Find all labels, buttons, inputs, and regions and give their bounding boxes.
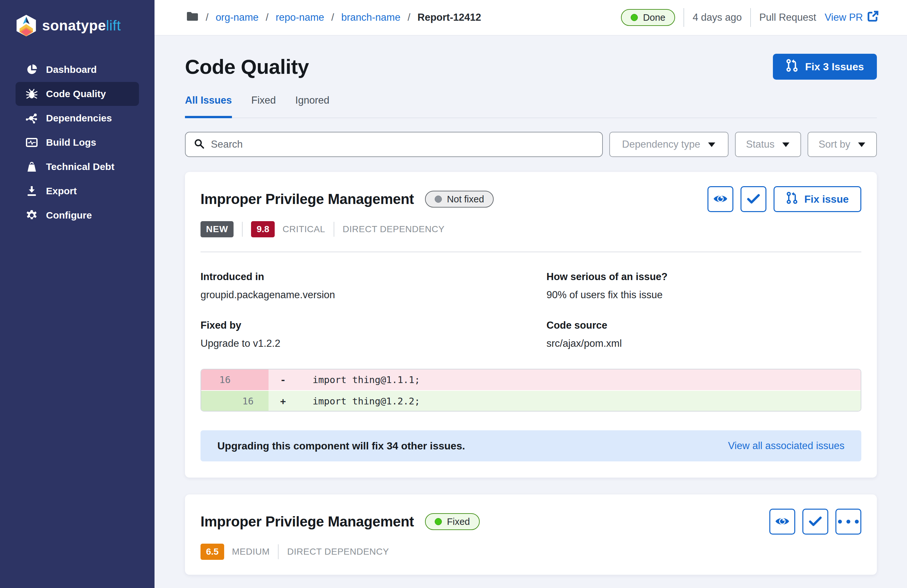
- issues-tabs: All Issues Fixed Ignored: [185, 94, 877, 118]
- issue-status-label: Fixed: [447, 516, 470, 527]
- diff-removed-line: 16 - import thing@1.1.1;: [201, 369, 861, 390]
- breadcrumb-separator: /: [332, 12, 334, 23]
- page-title: Code Quality: [185, 55, 309, 78]
- chevron-down-icon: [707, 139, 716, 150]
- status-dropdown[interactable]: Status: [735, 132, 801, 157]
- network-icon: [26, 113, 38, 124]
- status-badge: Done: [621, 9, 675, 26]
- detail-fixed-by: Fixed by Upgrade to v1.2.2: [200, 320, 546, 349]
- watch-issue-button[interactable]: [769, 509, 795, 535]
- gray-dot-icon: [435, 196, 442, 203]
- green-dot-icon: [435, 518, 442, 525]
- detail-introduced-in: Introduced in groupid.packagename.versio…: [200, 271, 546, 301]
- search-input[interactable]: [211, 139, 594, 150]
- sidebar-item-dashboard[interactable]: Dashboard: [16, 58, 139, 81]
- issue-card: Improper Privilege Management Fixed: [185, 494, 877, 575]
- more-actions-button[interactable]: [835, 509, 861, 535]
- sort-by-label: Sort by: [819, 139, 850, 150]
- view-pr-link[interactable]: View PR: [825, 11, 878, 24]
- chevron-down-icon: [782, 139, 790, 150]
- dependency-type-text: DIRECT DEPENDENCY: [343, 224, 444, 235]
- pie-chart-icon: [26, 64, 38, 75]
- sidebar-item-code-quality[interactable]: Code Quality: [16, 82, 139, 106]
- divider: [200, 252, 861, 252]
- tab-all-issues[interactable]: All Issues: [185, 94, 232, 118]
- sidebar-item-label: Code Quality: [46, 88, 106, 99]
- eye-icon: [775, 516, 790, 528]
- divider: [334, 222, 334, 237]
- dependency-type-dropdown[interactable]: Dependency type: [609, 132, 729, 157]
- resolve-issue-button[interactable]: [802, 509, 828, 535]
- code-diff-block: 16 - import thing@1.1.1; 16 + import thi…: [200, 369, 861, 412]
- sidebar-item-label: Dependencies: [46, 113, 112, 124]
- sidebar-item-export[interactable]: Export: [16, 179, 139, 203]
- breadcrumb-link-org[interactable]: org-name: [216, 12, 259, 23]
- sidebar-item-build-logs[interactable]: Build Logs: [16, 131, 139, 155]
- line-number-old: 16: [201, 369, 269, 390]
- pull-request-icon: [786, 191, 798, 207]
- issue-card: Improper Privilege Management Not fixed: [185, 172, 877, 478]
- breadcrumb-link-branch[interactable]: branch-name: [341, 12, 401, 23]
- diff-added-code: import thing@1.2.2;: [312, 391, 420, 411]
- logo-brand-text: sonatype: [42, 18, 106, 34]
- sidebar: sonatypelift Dashboard Code Qua: [0, 0, 154, 588]
- issue-status-label: Not fixed: [447, 194, 484, 205]
- eye-icon: [713, 193, 728, 205]
- sort-by-dropdown[interactable]: Sort by: [808, 132, 877, 157]
- issue-badges: NEW 9.8 CRITICAL DIRECT DEPENDENCY: [200, 221, 861, 237]
- chevron-down-icon: [857, 139, 866, 150]
- breadcrumb-link-repo[interactable]: repo-name: [276, 12, 324, 23]
- sidebar-item-technical-debt[interactable]: Technical Debt: [16, 155, 139, 179]
- breadcrumb-separator: /: [407, 12, 410, 23]
- sidebar-item-label: Dashboard: [46, 64, 97, 75]
- severity-score-badge: 6.5: [200, 544, 224, 560]
- breadcrumb-separator: /: [206, 12, 208, 23]
- diff-plus-sign: +: [280, 391, 301, 411]
- fix-issue-label: Fix issue: [804, 193, 849, 205]
- tab-ignored[interactable]: Ignored: [295, 94, 329, 118]
- fix-issue-button[interactable]: Fix issue: [774, 186, 861, 212]
- fix-all-issues-button[interactable]: Fix 3 Issues: [773, 54, 877, 80]
- issue-status-badge: Not fixed: [425, 191, 494, 208]
- resolve-issue-button[interactable]: [740, 186, 766, 212]
- diff-minus-sign: -: [280, 369, 301, 390]
- weight-icon: [26, 161, 38, 172]
- main-content: Code Quality Fix 3 Issues All Issues: [154, 36, 907, 588]
- app-logo[interactable]: sonatypelift: [16, 14, 154, 37]
- sidebar-item-configure[interactable]: Configure: [16, 203, 139, 227]
- ellipsis-icon: [838, 520, 859, 524]
- sidebar-item-label: Configure: [46, 210, 92, 221]
- filter-row: Dependency type Status Sort by: [185, 132, 877, 157]
- issue-title: Improper Privilege Management: [200, 513, 414, 530]
- sidebar-item-dependencies[interactable]: Dependencies: [16, 106, 139, 130]
- tab-fixed[interactable]: Fixed: [252, 94, 276, 118]
- new-badge: NEW: [200, 221, 234, 237]
- check-icon: [747, 193, 760, 205]
- watch-issue-button[interactable]: [707, 186, 733, 212]
- diff-added-line: 16 + import thing@1.2.2;: [201, 390, 861, 411]
- sidebar-item-label: Technical Debt: [46, 161, 114, 172]
- monitor-icon: [26, 137, 38, 148]
- search-box[interactable]: [185, 132, 603, 157]
- sidebar-nav: Dashboard Code Quality: [0, 58, 154, 227]
- pull-request-label: Pull Request: [759, 12, 816, 23]
- issue-status-badge: Fixed: [425, 513, 480, 530]
- severity-score-badge: 9.8: [251, 221, 275, 237]
- report-timestamp: 4 days ago: [692, 12, 742, 23]
- severity-label: CRITICAL: [282, 224, 325, 235]
- top-header: / org-name / repo-name / branch-name / R…: [154, 0, 907, 36]
- breadcrumb-current-report: Report-12412: [418, 12, 481, 23]
- divider: [684, 8, 684, 27]
- green-dot-icon: [631, 14, 638, 21]
- severity-label: MEDIUM: [232, 546, 270, 557]
- divider: [242, 222, 243, 237]
- issue-title: Improper Privilege Management: [200, 191, 414, 207]
- associated-issues-bar: Upgrading this component will fix 34 oth…: [200, 430, 861, 462]
- sonatype-hexagon-logo-icon: [16, 14, 36, 37]
- detail-seriousness: How serious of an issue? 90% of users fi…: [546, 271, 861, 301]
- pull-request-icon: [786, 59, 798, 75]
- view-associated-issues-link[interactable]: View all associated issues: [728, 440, 845, 452]
- download-icon: [26, 185, 38, 197]
- sidebar-item-label: Export: [46, 185, 77, 197]
- status-badge-label: Done: [643, 12, 665, 23]
